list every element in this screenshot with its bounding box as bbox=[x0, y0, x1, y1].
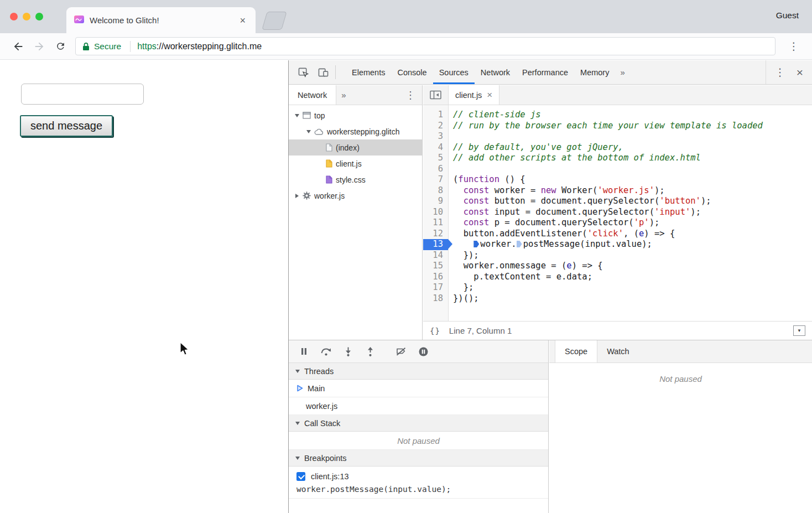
expand-open-icon[interactable] bbox=[305, 130, 313, 133]
thread-row-main[interactable]: Main bbox=[289, 380, 548, 397]
line-number[interactable]: 2 bbox=[423, 121, 448, 132]
back-button[interactable] bbox=[8, 36, 29, 57]
window-close-button[interactable] bbox=[10, 13, 18, 20]
tree-item-workerstepping.glitch[interactable]: workerstepping.glitch bbox=[289, 123, 422, 139]
window-zoom-button[interactable] bbox=[35, 13, 43, 20]
profile-label[interactable]: Guest bbox=[776, 11, 799, 20]
code-line: (function () { bbox=[453, 174, 812, 185]
line-number[interactable]: 12 bbox=[423, 229, 448, 240]
panel-tab-scope[interactable]: Scope bbox=[555, 340, 597, 362]
more-tabs-chevron-icon[interactable]: » bbox=[615, 60, 629, 84]
editor-tab-close-icon[interactable]: × bbox=[487, 90, 492, 100]
code-line: // client-side js bbox=[453, 110, 812, 121]
threads-list: Mainworker.js bbox=[289, 380, 548, 415]
tree-item-worker.js[interactable]: worker.js bbox=[289, 188, 422, 204]
scope-not-paused-message: Not paused bbox=[549, 374, 812, 384]
breakpoint-checkbox[interactable] bbox=[296, 472, 305, 481]
line-number[interactable]: 4 bbox=[423, 142, 448, 153]
pause-on-exceptions-icon[interactable] bbox=[414, 342, 433, 361]
debugger-area: Threads Mainworker.js Call Stack Not pau… bbox=[289, 340, 812, 513]
code-line: const p = document.querySelector('p'); bbox=[453, 217, 812, 229]
collapse-triangle-icon bbox=[295, 370, 300, 373]
devtools-close-icon[interactable]: × bbox=[791, 66, 809, 78]
new-tab-button[interactable] bbox=[262, 12, 287, 30]
tab-title: Welcome to Glitch! bbox=[90, 15, 232, 25]
code-line: // by default, you've got jQuery, bbox=[453, 142, 812, 153]
line-number[interactable]: 5 bbox=[423, 153, 448, 164]
browser-tab[interactable]: Welcome to Glitch! × bbox=[66, 7, 256, 33]
forward-button[interactable] bbox=[29, 36, 50, 57]
reload-button[interactable] bbox=[50, 36, 71, 57]
device-toolbar-icon[interactable] bbox=[313, 60, 333, 84]
code-line: const worker = new Worker('worker.js'); bbox=[453, 185, 812, 196]
line-number[interactable]: 14 bbox=[423, 250, 448, 261]
line-number[interactable]: 17 bbox=[423, 282, 448, 293]
browser-menu-button[interactable]: ⋮ bbox=[783, 36, 804, 57]
line-number[interactable]: 9 bbox=[423, 196, 448, 207]
url-scheme: https bbox=[137, 42, 157, 51]
deactivate-breakpoints-icon[interactable] bbox=[392, 342, 410, 361]
hide-navigator-icon[interactable] bbox=[423, 85, 449, 105]
line-number[interactable]: 7 bbox=[423, 174, 448, 185]
step-over-icon[interactable] bbox=[316, 342, 335, 361]
breakpoint-line-number[interactable]: 13 bbox=[423, 239, 448, 250]
editor-status-bar: {} Line 7, Column 1 ▼ bbox=[423, 321, 812, 340]
line-number[interactable]: 8 bbox=[423, 185, 448, 196]
address-bar[interactable]: Secure https://workerstepping.glitch.me bbox=[75, 37, 775, 55]
devtools-tab-network[interactable]: Network bbox=[475, 60, 516, 84]
tree-item-style.css[interactable]: style.css bbox=[289, 172, 422, 188]
tree-item-label: (index) bbox=[336, 143, 360, 152]
sidebar-more-tabs-chevron-icon[interactable]: » bbox=[336, 85, 351, 105]
sidebar-menu-icon[interactable]: ⋮ bbox=[399, 85, 422, 105]
line-number[interactable]: 10 bbox=[423, 207, 448, 218]
inline-breakpoint-marker-active-icon[interactable] bbox=[473, 241, 479, 247]
devtools-tab-memory[interactable]: Memory bbox=[574, 60, 615, 84]
panel-tab-watch[interactable]: Watch bbox=[597, 340, 639, 362]
tree-item-index[interactable]: (index) bbox=[289, 139, 422, 156]
line-number[interactable]: 11 bbox=[423, 217, 448, 229]
code-line: worker.postMessage(input.value); bbox=[453, 239, 812, 250]
send-message-button[interactable]: send message bbox=[20, 115, 113, 137]
expand-open-icon[interactable] bbox=[293, 114, 301, 117]
source-editor: client.js × 123456789101112131415161718 … bbox=[423, 85, 812, 340]
line-number[interactable]: 15 bbox=[423, 261, 448, 272]
line-number[interactable]: 16 bbox=[423, 272, 448, 283]
window-controls bbox=[10, 13, 43, 20]
editor-tab-clientjs[interactable]: client.js × bbox=[449, 85, 499, 105]
mouse-cursor-icon bbox=[179, 341, 190, 359]
tree-item-top[interactable]: top bbox=[289, 107, 422, 123]
step-into-icon[interactable] bbox=[339, 342, 357, 361]
step-out-icon[interactable] bbox=[361, 342, 379, 361]
tree-item-client.js[interactable]: client.js bbox=[289, 156, 422, 172]
inspect-element-icon[interactable] bbox=[293, 60, 313, 84]
call-stack-section-header[interactable]: Call Stack bbox=[289, 415, 548, 432]
devtools-tab-sources[interactable]: Sources bbox=[433, 60, 475, 84]
pretty-print-icon[interactable]: {} bbox=[430, 327, 440, 335]
line-number[interactable]: 3 bbox=[423, 131, 448, 142]
pause-icon[interactable] bbox=[294, 342, 313, 361]
breakpoints-dock-icon[interactable]: ▼ bbox=[793, 325, 805, 336]
url-text[interactable]: https://workerstepping.glitch.me bbox=[137, 42, 262, 51]
sidebar-tab-network[interactable]: Network bbox=[289, 85, 336, 105]
devtools-tab-elements[interactable]: Elements bbox=[346, 60, 391, 84]
breakpoint-entry[interactable]: client.js:13 bbox=[289, 467, 548, 483]
devtools-menu-icon[interactable]: ⋮ bbox=[769, 67, 791, 77]
window-minimize-button[interactable] bbox=[23, 13, 30, 20]
message-input[interactable] bbox=[21, 84, 144, 105]
toolbar-divider bbox=[335, 65, 336, 79]
breakpoints-section-header[interactable]: Breakpoints bbox=[289, 450, 548, 467]
devtools-tab-performance[interactable]: Performance bbox=[516, 60, 574, 84]
line-number[interactable]: 1 bbox=[423, 110, 448, 121]
browser-navbar: Secure https://workerstepping.glitch.me … bbox=[0, 33, 812, 60]
line-number[interactable]: 18 bbox=[423, 293, 448, 304]
tab-close-icon[interactable]: × bbox=[237, 14, 248, 27]
inline-breakpoint-marker-icon[interactable] bbox=[517, 241, 522, 247]
scope-watch-tabs: ScopeWatch bbox=[549, 340, 812, 363]
expand-closed-icon[interactable] bbox=[293, 194, 301, 198]
threads-section-header[interactable]: Threads bbox=[289, 363, 548, 380]
thread-row-workerjs[interactable]: worker.js bbox=[289, 397, 548, 415]
tree-item-label: workerstepping.glitch bbox=[327, 127, 400, 136]
doc-purple-icon bbox=[326, 175, 332, 184]
devtools-tab-console[interactable]: Console bbox=[391, 60, 433, 84]
line-number[interactable]: 6 bbox=[423, 164, 448, 175]
